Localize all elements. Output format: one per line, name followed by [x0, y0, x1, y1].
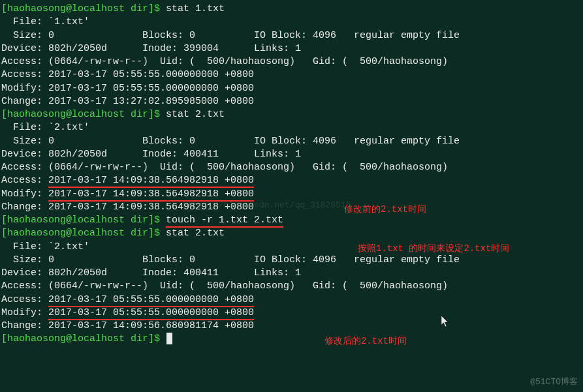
output-size-2: Size: 0 Blocks: 0 IO Block: 4096 regular…: [1, 135, 582, 148]
underlined-access-after: 2017-03-17 05:55:55.000000000 +0800: [48, 294, 254, 307]
watermark-bottom-right: @51CTO博客: [530, 376, 578, 388]
output-file-2: File: `2.txt': [1, 121, 582, 134]
prompt-line-4[interactable]: [haohaosong@localhost dir]$ stat 2.txt: [1, 227, 582, 240]
output-modifytime-3: Modify: 2017-03-17 05:55:55.000000000 +0…: [1, 307, 582, 320]
command-1: stat 1.txt: [166, 3, 225, 14]
output-accesstime-3: Access: 2017-03-17 05:55:55.000000000 +0…: [1, 294, 582, 307]
output-size-3: Size: 0 Blocks: 0 IO Block: 4096 regular…: [1, 254, 582, 267]
output-size-1: Size: 0 Blocks: 0 IO Block: 4096 regular…: [1, 29, 582, 42]
underlined-access-before: 2017-03-17 14:09:38.564982918 +0800: [48, 175, 254, 188]
output-changetime-2: Change: 2017-03-17 14:09:38.564982918 +0…: [1, 201, 582, 214]
output-device-2: Device: 802h/2050d Inode: 400411 Links: …: [1, 148, 582, 161]
output-accesstime-2: Access: 2017-03-17 14:09:38.564982918 +0…: [1, 174, 582, 187]
prompt: [haohaosong@localhost dir]$: [1, 228, 166, 239]
prompt-line-3[interactable]: [haohaosong@localhost dir]$ touch -r 1.t…: [1, 214, 582, 227]
prompt-line-2[interactable]: [haohaosong@localhost dir]$ stat 2.txt: [1, 108, 582, 121]
output-device-3: Device: 802h/2050d Inode: 400411 Links: …: [1, 267, 582, 280]
output-changetime-1: Change: 2017-03-17 13:27:02.895985000 +0…: [1, 95, 582, 108]
command-3: touch -r 1.txt 2.txt: [166, 215, 283, 228]
output-modifytime-2: Modify: 2017-03-17 14:09:38.564982918 +0…: [1, 188, 582, 201]
output-accessperm-1: Access: (0664/-rw-rw-r--) Uid: ( 500/hao…: [1, 55, 582, 68]
prompt: [haohaosong@localhost dir]$: [1, 3, 166, 14]
cursor-icon: [166, 333, 172, 344]
underlined-modify-after: 2017-03-17 05:55:55.000000000 +0800: [48, 307, 254, 320]
command-2: stat 2.txt: [166, 109, 225, 120]
annotation-after: 修改后的2.txt时间: [324, 335, 407, 348]
output-file-1: File: `1.txt': [1, 16, 582, 29]
prompt-line-1[interactable]: [haohaosong@localhost dir]$ stat 1.txt: [1, 3, 582, 16]
prompt: [haohaosong@localhost dir]$: [1, 215, 166, 226]
output-modifytime-1: Modify: 2017-03-17 05:55:55.000000000 +0…: [1, 82, 582, 95]
output-accesstime-1: Access: 2017-03-17 05:55:55.000000000 +0…: [1, 68, 582, 82]
underlined-modify-before: 2017-03-17 14:09:38.564982918 +0800: [48, 188, 254, 202]
annotation-before: 修改前的2.txt时间: [344, 204, 426, 216]
annotation-touch: 按照1.txt 的时间来设定2.txt时间: [358, 243, 509, 255]
output-changetime-3: Change: 2017-03-17 14:09:56.680981174 +0…: [1, 320, 582, 333]
prompt: [haohaosong@localhost dir]$: [1, 333, 166, 344]
output-accessperm-2: Access: (0664/-rw-rw-r--) Uid: ( 500/hao…: [1, 161, 582, 174]
output-device-1: Device: 802h/2050d Inode: 399004 Links: …: [1, 42, 582, 55]
command-4: stat 2.txt: [166, 228, 225, 239]
output-accessperm-3: Access: (0664/-rw-rw-r--) Uid: ( 500/hao…: [1, 280, 582, 293]
prompt: [haohaosong@localhost dir]$: [1, 109, 166, 120]
prompt-line-final[interactable]: [haohaosong@localhost dir]$: [1, 333, 582, 346]
